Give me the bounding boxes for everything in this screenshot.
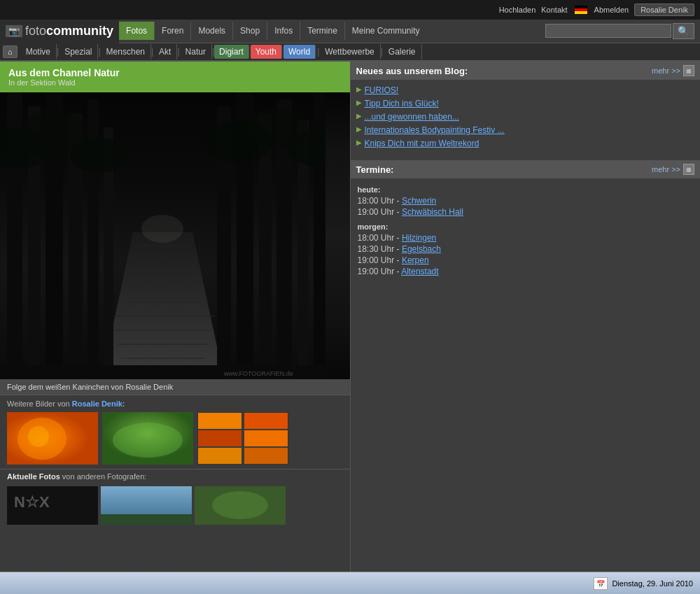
- blog-link-4[interactable]: Knips Dich mit zum Weltrekord: [365, 139, 479, 148]
- subnav-akt[interactable]: Akt: [153, 44, 177, 59]
- logo-camera-icon: 📷: [6, 25, 22, 37]
- blog-link-3[interactable]: Internationales Bodypainting Festiv ...: [365, 125, 505, 135]
- morgen-item-1: 18:30 Uhr - Egelsbach: [358, 244, 694, 254]
- termine-mehr-link[interactable]: mehr >>: [652, 165, 680, 174]
- heute-label: heute:: [358, 185, 694, 194]
- subnav-digiart[interactable]: Digiart: [214, 45, 249, 59]
- top-bar: Hochladen Kontakt Abmelden Rosalie Denik: [0, 0, 700, 20]
- blog-link-0[interactable]: FURIOS!: [365, 85, 399, 95]
- aktuelle-thumb-3[interactable]: [195, 486, 286, 525]
- morgen-item-3: 19:00 Uhr - Altenstadt: [358, 267, 694, 276]
- heute-place-1[interactable]: Schwäbisch Hall: [402, 207, 463, 217]
- svg-point-37: [113, 423, 183, 458]
- nav-infos[interactable]: Infos: [267, 22, 300, 40]
- aktuelle-thumb-2[interactable]: [101, 486, 192, 525]
- svg-rect-39: [244, 412, 288, 429]
- channel-title: Aus dem Channel Natur: [8, 67, 342, 78]
- blog-items: ▶ FURIOS! ▶ Tipp Dich ins Glück! ▶ ...un…: [351, 80, 701, 157]
- nav-foren[interactable]: Foren: [154, 22, 190, 40]
- taskbar-date: Dienstag, 29. Juni 2010: [612, 579, 693, 588]
- aktuelle-fotos-label: Aktuelle Fotos von anderen Fotografen:: [0, 469, 350, 483]
- blog-item-1: ▶ Tipp Dich ins Glück!: [356, 99, 695, 108]
- search-area: 🔍: [545, 23, 700, 39]
- main-content: Aus dem Channel Natur In der Sektion Wal…: [0, 62, 350, 572]
- upload-link[interactable]: Hochladen: [499, 6, 536, 14]
- subnav-motive[interactable]: Motive: [20, 44, 57, 59]
- morgen-place-2[interactable]: Kerpen: [402, 255, 429, 265]
- blog-arrow-3: ▶: [356, 125, 362, 133]
- nav-models[interactable]: Models: [190, 22, 232, 40]
- forest-trees: www.FOTOGRAFIEN.de: [0, 92, 350, 379]
- morgen-item-2: 19:00 Uhr - Kerpen: [358, 255, 694, 265]
- blog-arrow-0: ▶: [356, 85, 362, 93]
- user-button[interactable]: Rosalie Denik: [634, 3, 694, 16]
- morgen-place-3[interactable]: Altenstadt: [401, 267, 438, 276]
- blog-item-4: ▶ Knips Dich mit zum Weltrekord: [356, 139, 695, 148]
- nav-meine-community[interactable]: Meine Community: [344, 22, 427, 40]
- blog-item-0: ▶ FURIOS!: [356, 85, 695, 95]
- subnav-spezial[interactable]: Spezial: [59, 44, 98, 59]
- further-photos-section: Weitere Bilder von Rosalie Denik:: [0, 395, 350, 469]
- thumbnails-row: [7, 412, 343, 465]
- blog-arrow-4: ▶: [356, 139, 362, 146]
- thumb-1[interactable]: [7, 412, 98, 465]
- svg-rect-42: [197, 448, 241, 465]
- blog-link-1[interactable]: Tipp Dich ins Glück!: [365, 99, 439, 108]
- search-button[interactable]: 🔍: [673, 23, 694, 39]
- morgen-place-1[interactable]: Egelsbach: [402, 244, 441, 254]
- subnav-wettbewerbe[interactable]: Wettbewerbe: [319, 44, 380, 59]
- main-photo[interactable]: www.FOTOGRAFIEN.de: [0, 92, 350, 379]
- termine-icon: ▦: [683, 164, 694, 175]
- thumb-3[interactable]: [197, 412, 288, 465]
- blog-mehr-link[interactable]: mehr >>: [652, 66, 680, 75]
- svg-point-35: [28, 426, 49, 447]
- logout-link[interactable]: Abmelden: [594, 6, 629, 14]
- blog-icon: ▦: [683, 65, 694, 76]
- subnav-menschen[interactable]: Menschen: [101, 44, 151, 59]
- blog-section: Neues aus unserem Blog: mehr >> ▦ ▶ FURI…: [351, 62, 701, 157]
- nav-fotos[interactable]: Fotos: [119, 22, 154, 40]
- channel-header: Aus dem Channel Natur In der Sektion Wal…: [0, 62, 350, 92]
- home-button[interactable]: ⌂: [3, 45, 18, 58]
- svg-rect-40: [197, 430, 241, 446]
- search-input[interactable]: [545, 24, 671, 38]
- svg-text:N☆X: N☆X: [14, 493, 50, 511]
- blog-section-header: Neues aus unserem Blog: mehr >> ▦: [351, 62, 701, 80]
- svg-rect-41: [244, 430, 288, 446]
- taskbar: 📅 Dienstag, 29. Juni 2010: [0, 572, 700, 594]
- svg-rect-38: [197, 412, 241, 429]
- blog-arrow-1: ▶: [356, 99, 362, 106]
- svg-text:www.FOTOGRAFIEN.de: www.FOTOGRAFIEN.de: [223, 370, 293, 377]
- heute-item-1: 19:00 Uhr - Schwäbisch Hall: [358, 207, 694, 217]
- termine-content: heute: 18:00 Uhr - Schwerin 19:00 Uhr - …: [351, 178, 701, 282]
- heute-item-0: 18:00 Uhr - Schwerin: [358, 196, 694, 206]
- sub-nav: ⌂ Motive | Spezial | Menschen | Akt | Na…: [0, 43, 700, 62]
- taskbar-time: 📅 Dienstag, 29. Juni 2010: [594, 577, 693, 590]
- termine-section-header: Termine: mehr >> ▦: [351, 160, 701, 178]
- flag-icon[interactable]: [575, 6, 587, 14]
- blog-item-2: ▶ ...und gewonnen haben...: [356, 112, 695, 122]
- thumb-2[interactable]: [102, 412, 193, 465]
- nav-shop[interactable]: Shop: [232, 22, 267, 40]
- nav-termine[interactable]: Termine: [300, 22, 344, 40]
- svg-point-27: [70, 138, 126, 173]
- further-photos-label: Weitere Bilder von Rosalie Denik:: [7, 399, 343, 408]
- subnav-galerie[interactable]: Galerie: [383, 44, 422, 59]
- subnav-world[interactable]: World: [284, 45, 316, 59]
- contact-link[interactable]: Kontakt: [541, 6, 567, 14]
- aktuelle-thumb-1[interactable]: N☆X: [7, 486, 98, 525]
- heute-place-0[interactable]: Schwerin: [402, 196, 436, 206]
- header: 📷 fotocommunity: [0, 20, 119, 43]
- sidebar: Neues aus unserem Blog: mehr >> ▦ ▶ FURI…: [350, 62, 701, 572]
- svg-point-50: [212, 491, 268, 519]
- calendar-icon: 📅: [594, 577, 608, 590]
- blog-item-3: ▶ Internationales Bodypainting Festiv ..…: [356, 125, 695, 135]
- blog-arrow-2: ▶: [356, 112, 362, 120]
- morgen-place-0[interactable]: Hilzingen: [402, 233, 436, 243]
- termine-section: Termine: mehr >> ▦ heute: 18:00 Uhr - Sc…: [351, 160, 701, 282]
- blog-link-2[interactable]: ...und gewonnen haben...: [365, 112, 459, 122]
- termine-title: Termine:: [356, 164, 394, 175]
- subnav-youth[interactable]: Youth: [251, 45, 282, 59]
- svg-rect-43: [244, 448, 288, 465]
- subnav-natur[interactable]: Natur: [180, 44, 212, 59]
